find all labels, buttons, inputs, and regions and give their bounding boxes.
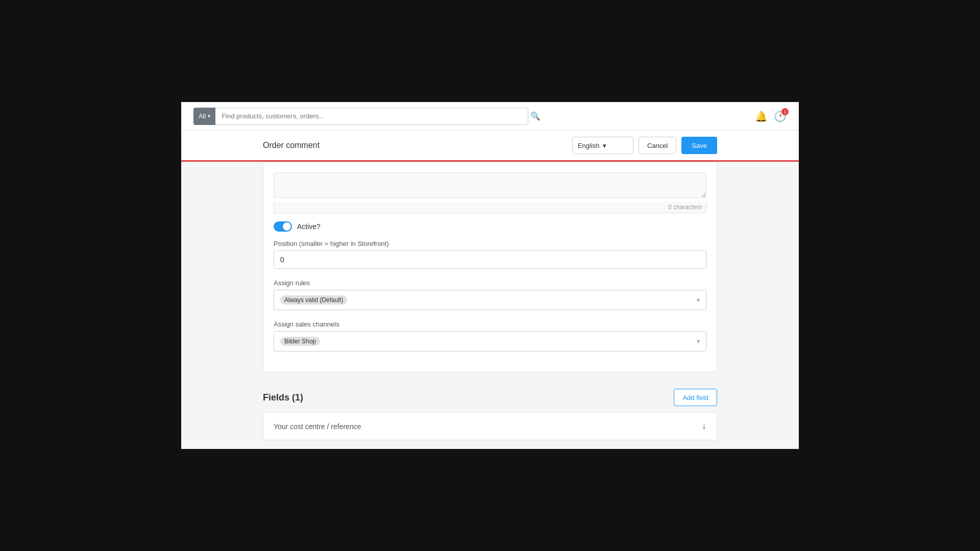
chevron-down-icon: ▾ [697,338,700,345]
position-label: Position (smaller = higher in Storefront… [274,240,706,247]
search-icon: 🔍 [530,112,541,120]
clock-button[interactable]: 🕐 1 [774,110,787,122]
field-item-name: Your cost centre / reference [274,422,361,431]
fields-header: Fields (1) Add field [263,381,717,412]
comment-textarea[interactable] [274,172,706,198]
top-navigation: All ▾ 🔍 🔔 🕐 1 [181,102,799,131]
fields-title: Fields (1) [263,392,303,403]
comment-card: 0 characters Active? Position (smaller =… [263,162,717,372]
search-submit-button[interactable]: 🔍 [530,111,541,121]
active-toggle[interactable] [274,221,292,232]
assign-rules-group: Assign rules Always valid (Default) ▾ [274,279,706,310]
position-group: Position (smaller = higher in Storefront… [274,240,706,269]
assign-channels-select[interactable]: Bilder Shop ▾ [274,331,706,352]
active-label: Active? [297,222,321,231]
notification-bell-button[interactable]: 🔔 [755,110,768,122]
active-toggle-row: Active? [274,221,706,232]
chevron-down-icon: ▾ [603,142,606,149]
add-field-button[interactable]: Add field [674,389,717,406]
assign-channels-select-wrapper: Bilder Shop ▾ [274,331,706,352]
nav-icon-group: 🔔 🕐 1 [755,110,787,122]
assign-rules-select[interactable]: Always valid (Default) ▾ [274,290,706,310]
assign-channels-group: Assign sales channels Bilder Shop ▾ [274,320,706,352]
language-selector[interactable]: English ▾ [572,137,633,154]
sub-header: Order comment English ▾ Cancel Save [181,131,799,162]
arrow-down-icon[interactable]: ↓ [702,421,706,432]
header-actions: English ▾ Cancel Save [572,137,717,154]
search-area: All ▾ 🔍 [193,108,541,125]
char-count: 0 characters [274,202,706,213]
assign-rules-value: Always valid (Default) [280,295,347,305]
chevron-down-icon: ▾ [208,113,210,119]
assign-rules-label: Assign rules [274,279,706,287]
main-content: 0 characters Active? Position (smaller =… [181,162,799,449]
chevron-down-icon: ▾ [697,296,700,304]
search-filter-label: All [199,112,206,120]
clock-badge: 1 [781,108,789,115]
assign-channels-value: Bilder Shop [280,337,320,346]
search-filter-button[interactable]: All ▾ [193,108,215,125]
save-button[interactable]: Save [681,137,717,154]
search-input[interactable] [215,108,528,125]
language-label: English [578,142,600,149]
position-input[interactable] [274,251,706,269]
assign-rules-select-wrapper: Always valid (Default) ▾ [274,290,706,310]
field-item: Your cost centre / reference ↓ [263,412,717,440]
page-title: Order comment [263,141,320,150]
cancel-button[interactable]: Cancel [639,137,676,154]
assign-channels-label: Assign sales channels [274,320,706,328]
